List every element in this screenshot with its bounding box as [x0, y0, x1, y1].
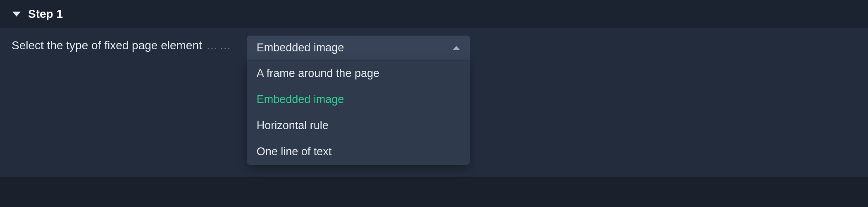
dropdown-selected[interactable]: Embedded image [247, 36, 470, 60]
chevron-up-icon [453, 46, 460, 50]
dropdown-option-frame[interactable]: A frame around the page [247, 60, 470, 87]
dropdown-option-one-line[interactable]: One line of text [247, 139, 470, 165]
field-label: Select the type of fixed page element [12, 36, 202, 52]
step-header[interactable]: Step 1 [0, 0, 868, 28]
field-dots: …… [206, 36, 233, 52]
dropdown-option-embedded-image[interactable]: Embedded image [247, 87, 470, 113]
dropdown-selected-text: Embedded image [257, 41, 344, 54]
step-title: Step 1 [28, 7, 63, 21]
step-body: Select the type of fixed page element ……… [0, 28, 868, 177]
dropdown-option-horizontal-rule[interactable]: Horizontal rule [247, 113, 470, 139]
element-type-dropdown[interactable]: Embedded image A frame around the page E… [247, 36, 470, 165]
dropdown-panel: A frame around the page Embedded image H… [247, 60, 470, 165]
collapse-down-icon [12, 12, 21, 17]
